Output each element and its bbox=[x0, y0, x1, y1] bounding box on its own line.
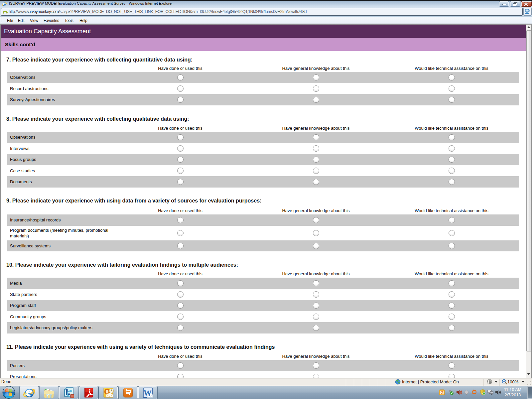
svg-text:W: W bbox=[143, 388, 152, 397]
svg-text:O: O bbox=[441, 391, 443, 394]
